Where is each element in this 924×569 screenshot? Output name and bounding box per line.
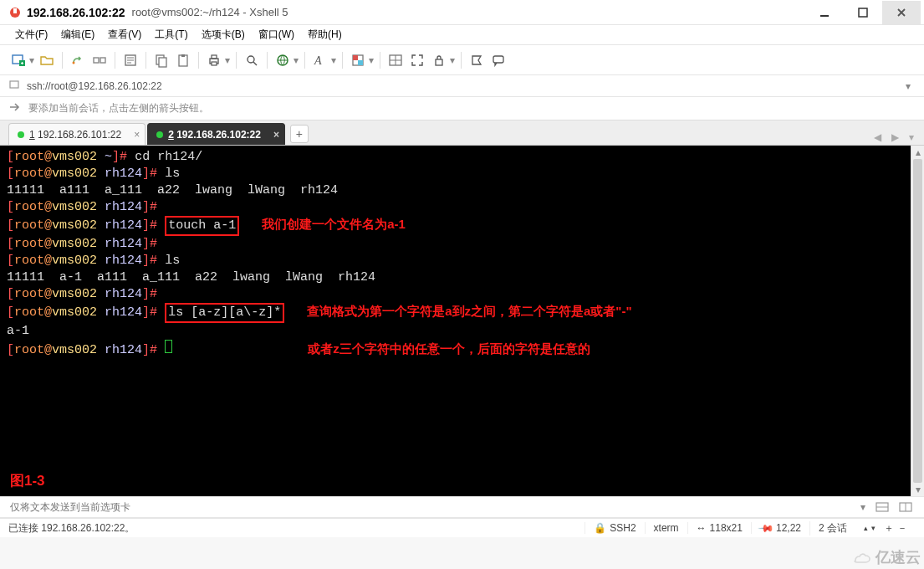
send-dropdown[interactable]: ▾: [854, 501, 872, 513]
menu-view[interactable]: 查看(V): [101, 26, 148, 44]
lock-icon[interactable]: [429, 50, 449, 70]
tab-list-icon[interactable]: ▾: [906, 130, 917, 145]
watermark-text: 亿速云: [876, 547, 921, 567]
new-session-dropdown[interactable]: ▾: [28, 54, 35, 66]
send-toggle-icon-2[interactable]: [896, 500, 916, 515]
address-input[interactable]: [25, 79, 896, 93]
address-dropdown[interactable]: ▾: [901, 80, 916, 92]
tab-index: 2: [168, 129, 174, 141]
tab-prev-icon[interactable]: ◀: [870, 130, 885, 145]
toolbar-sep: [304, 52, 305, 69]
find-icon[interactable]: [242, 50, 262, 70]
menu-edit[interactable]: 编辑(E): [54, 26, 101, 44]
terminal[interactable]: [root@vms002 ~]# cd rh124/ [root@vms002 …: [0, 146, 911, 496]
menu-tab[interactable]: 选项卡(B): [195, 26, 252, 44]
color-dropdown[interactable]: ▾: [368, 54, 375, 66]
tab-label: 192.168.26.102:22: [176, 129, 261, 141]
tab-close-icon[interactable]: ×: [273, 129, 279, 141]
xftp-icon[interactable]: [273, 50, 293, 70]
status-dot-icon: [156, 131, 163, 138]
scroll-track[interactable]: [911, 159, 924, 483]
font-dropdown[interactable]: ▾: [330, 54, 337, 66]
address-icon: [8, 79, 20, 93]
toolbar-sep: [236, 52, 237, 69]
font-icon[interactable]: A: [310, 50, 330, 70]
scroll-thumb[interactable]: [913, 159, 922, 483]
svg-rect-15: [212, 55, 217, 59]
tab-bar: 1 192.168.26.101:22 × 2 192.168.26.102:2…: [0, 120, 924, 146]
send-bar: ▾: [0, 496, 924, 518]
scroll-up-icon[interactable]: ▴: [911, 146, 924, 159]
xftp-dropdown[interactable]: ▾: [293, 54, 299, 66]
status-sessions: 2 会话: [809, 521, 855, 536]
svg-rect-1: [13, 8, 17, 13]
copy-icon[interactable]: [151, 50, 171, 70]
layout-icon[interactable]: [385, 50, 406, 70]
svg-rect-25: [493, 56, 503, 63]
print-icon[interactable]: [204, 50, 224, 70]
chat-icon[interactable]: [488, 50, 508, 70]
add-tab-button[interactable]: +: [290, 125, 309, 143]
ls-output-2: 11111 a-1 a111 a_111 a22 lwang lWang rh1…: [7, 269, 904, 286]
tab-session-2[interactable]: 2 192.168.26.102:22 ×: [147, 123, 285, 145]
tab-close-icon[interactable]: ×: [134, 129, 140, 141]
svg-point-6: [73, 61, 75, 64]
annotation-glob-1: 查询格式为第一个字符是a到z之间，第二个字符是a或者"-": [307, 304, 631, 318]
disconnect-icon[interactable]: [89, 50, 110, 70]
maximize-button[interactable]: [844, 1, 882, 24]
hint-text: 要添加当前会话，点击左侧的箭头按钮。: [28, 101, 209, 115]
fullscreen-icon[interactable]: [407, 50, 427, 70]
annotation-glob-2: 或者z三个字符中的任意一个，后面的字符是任意的: [308, 341, 590, 356]
glob-output: a-1: [7, 323, 904, 340]
annotation-touch: 我们创建一个文件名为a-1: [262, 217, 406, 231]
sessions-plus-icon[interactable]: ＋: [884, 521, 894, 536]
cursor: [165, 340, 172, 353]
menu-bar: 文件(F) 编辑(E) 查看(V) 工具(T) 选项卡(B) 窗口(W) 帮助(…: [0, 25, 924, 45]
svg-rect-22: [358, 60, 363, 65]
close-button[interactable]: [882, 1, 921, 24]
arrow-right-icon[interactable]: [8, 101, 22, 115]
print-dropdown[interactable]: ▾: [224, 54, 231, 66]
toolbar-sep: [461, 52, 462, 69]
open-session-icon[interactable]: [37, 50, 57, 70]
hint-bar: 要添加当前会话，点击左侧的箭头按钮。: [0, 97, 924, 120]
new-session-icon[interactable]: [8, 50, 28, 70]
sessions-minus-icon[interactable]: －: [897, 521, 907, 536]
properties-icon[interactable]: [120, 50, 140, 70]
toolbar-sep: [198, 52, 199, 69]
watermark: 亿速云: [850, 547, 921, 567]
toolbar-sep: [380, 52, 380, 69]
status-bar: 已连接 192.168.26.102:22。 🔒SSH2 xterm ↔ 118…: [0, 518, 924, 537]
status-dot-icon: [18, 131, 24, 138]
send-toggle-icon[interactable]: [872, 500, 892, 515]
status-pos: 12,22: [776, 522, 801, 534]
svg-rect-21: [353, 55, 358, 60]
menu-file[interactable]: 文件(F): [8, 26, 54, 44]
tab-session-1[interactable]: 1 192.168.26.101:22 ×: [8, 123, 145, 145]
toolbar-sep: [115, 52, 115, 69]
go-icon[interactable]: [467, 50, 487, 70]
toolbar-sep: [62, 52, 63, 69]
color-scheme-icon[interactable]: [348, 50, 368, 70]
minimize-button[interactable]: [805, 1, 844, 24]
scroll-down-icon[interactable]: ▾: [911, 483, 924, 496]
sessions-up-icon[interactable]: ▴: [864, 525, 868, 531]
menu-window[interactable]: 窗口(W): [252, 26, 301, 44]
toolbar: ▾ ▾ ▾ A ▾ ▾ ▾: [0, 45, 924, 75]
menu-help[interactable]: 帮助(H): [301, 26, 349, 44]
paste-icon[interactable]: [173, 50, 193, 70]
svg-text:A: A: [314, 54, 322, 67]
status-term: xterm: [645, 522, 687, 534]
title-bar: 192.168.26.102:22 root@vms002:~/rh124 - …: [0, 0, 924, 25]
reconnect-icon[interactable]: [68, 50, 88, 70]
send-input[interactable]: [8, 500, 854, 514]
lock-dropdown[interactable]: ▾: [449, 54, 456, 66]
address-bar: ▾: [0, 75, 924, 97]
cmd-cd: cd rh124/: [135, 150, 202, 164]
menu-tools[interactable]: 工具(T): [148, 26, 194, 44]
vertical-scrollbar[interactable]: ▴ ▾: [911, 146, 924, 496]
terminal-area: [root@vms002 ~]# cd rh124/ [root@vms002 …: [0, 146, 924, 496]
toolbar-sep: [145, 52, 146, 69]
svg-rect-16: [212, 62, 217, 65]
tab-next-icon[interactable]: ▶: [888, 130, 902, 145]
